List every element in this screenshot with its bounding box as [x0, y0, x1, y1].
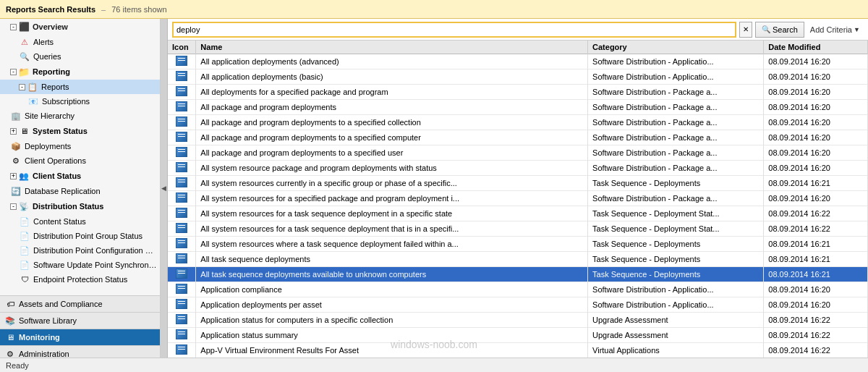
sidebar-item-overview[interactable]: - ⬛ Overview	[0, 19, 160, 35]
table-row[interactable]: Application status summary Upgrade Asses…	[168, 328, 868, 343]
table-row[interactable]: All deployments for a specified package …	[168, 85, 868, 100]
client-status-icon: 👥	[18, 170, 30, 182]
table-row[interactable]: All system resources for a specified pac…	[168, 191, 868, 206]
report-icon	[176, 208, 187, 218]
report-icon	[176, 284, 187, 294]
sidebar-item-client-status[interactable]: + 👥 Client Status	[0, 168, 160, 184]
table-row[interactable]: All application deployments (advanced) S…	[168, 54, 868, 69]
col-header-icon[interactable]: Icon	[168, 41, 196, 54]
row-icon-cell	[168, 69, 196, 85]
col-header-name[interactable]: Name	[196, 41, 588, 54]
sidebar-item-deployments[interactable]: 📦 Deployments	[0, 139, 160, 153]
row-icon-cell	[168, 328, 196, 343]
table-row[interactable]: All system resource package and program …	[168, 161, 868, 176]
row-category: Virtual Applications	[588, 343, 764, 358]
expand-distribution-status[interactable]: -	[10, 203, 17, 210]
expand-overview[interactable]: -	[10, 24, 17, 30]
sidebar-item-dp-group-status[interactable]: 📄 Distribution Point Group Status	[0, 229, 160, 243]
row-date: 08.09.2014 16:22	[764, 328, 868, 343]
status-bar: Ready	[0, 358, 868, 372]
results-table-container: Icon Name Category Date Modified All app…	[168, 41, 868, 358]
report-icon	[176, 299, 187, 309]
table-row[interactable]: All package and program deployments Soft…	[168, 100, 868, 115]
report-icon	[176, 117, 187, 127]
sidebar-label-monitoring: Monitoring	[19, 333, 60, 342]
table-row[interactable]: All system resources where a task sequen…	[168, 237, 868, 252]
top-bar: Reports Search Results – 76 items shown	[0, 0, 868, 19]
sidebar-label-overview: Overview	[33, 22, 68, 31]
table-row[interactable]: All package and program deployments to a…	[168, 115, 868, 130]
sidebar-label-reports: Reports	[41, 83, 69, 91]
sidebar-item-monitoring[interactable]: 🖥 Monitoring	[0, 329, 160, 345]
reports-icon: 📋	[27, 81, 38, 93]
report-icon	[176, 193, 187, 203]
sidebar-item-client-operations[interactable]: ⚙ Client Operations	[0, 153, 160, 168]
sidebar-label-deployments: Deployments	[25, 142, 71, 151]
row-category: Task Sequence - Deployments	[588, 176, 764, 191]
table-row[interactable]: Application deployments per asset Softwa…	[168, 297, 868, 313]
table-row[interactable]: All application deployments (basic) Soft…	[168, 69, 868, 85]
table-row[interactable]: All task sequence deployments Task Seque…	[168, 252, 868, 267]
row-name: All package and program deployments to a…	[196, 115, 588, 130]
table-row[interactable]: Application status for computers in a sp…	[168, 313, 868, 328]
row-date: 08.09.2014 16:21	[764, 267, 868, 282]
row-name: All system resources for a task sequence…	[196, 206, 588, 221]
sidebar-item-administration[interactable]: ⚙ Administration	[0, 345, 160, 358]
row-category: Software Distribution - Package a...	[588, 100, 764, 115]
search-button[interactable]: 🔍 Search	[755, 22, 804, 38]
row-date: 08.09.2014 16:20	[764, 145, 868, 161]
sidebar-item-subscriptions[interactable]: 📧 Subscriptions	[0, 94, 160, 109]
col-header-category[interactable]: Category	[588, 41, 764, 54]
row-icon-cell	[168, 252, 196, 267]
expand-system-status[interactable]: +	[10, 128, 17, 135]
row-date: 08.09.2014 16:20	[764, 100, 868, 115]
row-name: App-V Virtual Environment Results For As…	[196, 343, 588, 358]
search-button-label: Search	[773, 25, 798, 34]
expand-client-status[interactable]: +	[10, 173, 17, 179]
sidebar-item-reporting[interactable]: - 📁 Reporting	[0, 64, 160, 80]
sidebar-item-distribution-status[interactable]: - 📡 Distribution Status	[0, 198, 160, 214]
row-icon-cell	[168, 130, 196, 145]
monitor-icon: ⬛	[18, 21, 30, 33]
sidebar-item-dp-config-status[interactable]: 📄 Distribution Point Configuration Statu…	[0, 243, 160, 258]
table-row[interactable]: App-V Virtual Environment Results For As…	[168, 343, 868, 358]
sidebar-item-assets-compliance[interactable]: 🏷 Assets and Compliance	[0, 295, 160, 312]
sidebar-label-alerts: Alerts	[33, 38, 54, 46]
table-row[interactable]: Application compliance Software Distribu…	[168, 282, 868, 297]
sidebar-item-software-library[interactable]: 📚 Software Library	[0, 312, 160, 329]
sidebar-item-queries[interactable]: 🔍 Queries	[0, 49, 160, 64]
row-icon-cell	[168, 297, 196, 313]
sidebar-item-reports[interactable]: - 📋 Reports	[0, 80, 160, 94]
table-row[interactable]: All system resources for a task sequence…	[168, 221, 868, 237]
sidebar-item-software-update-sync[interactable]: 📄 Software Update Point Synchronization …	[0, 258, 160, 272]
search-clear-button[interactable]: ✕	[739, 22, 752, 38]
expand-reporting[interactable]: -	[10, 69, 17, 75]
row-category: Software Distribution - Applicatio...	[588, 282, 764, 297]
sidebar-item-endpoint-protection[interactable]: 🛡 Endpoint Protection Status	[0, 272, 160, 287]
report-icon	[176, 132, 187, 142]
table-row[interactable]: All system resources currently in a spec…	[168, 176, 868, 191]
table-row[interactable]: All task sequence deployments available …	[168, 267, 868, 282]
sidebar-item-system-status[interactable]: + 🖥 System Status	[0, 123, 160, 139]
sidebar-item-alerts[interactable]: ⚠ Alerts	[0, 35, 160, 49]
sidebar-label-dp-group-status: Distribution Point Group Status	[33, 232, 142, 240]
col-header-date[interactable]: Date Modified	[764, 41, 868, 54]
table-row[interactable]: All system resources for a task sequence…	[168, 206, 868, 221]
sidebar-collapse-button[interactable]: ◀	[161, 19, 168, 358]
report-icon	[176, 177, 187, 187]
sidebar-label-assets-compliance: Assets and Compliance	[19, 300, 103, 308]
add-criteria-button[interactable]: Add Criteria ▼	[807, 24, 863, 35]
row-date: 08.09.2014 16:21	[764, 237, 868, 252]
table-row[interactable]: All package and program deployments to a…	[168, 130, 868, 145]
row-category: Software Distribution - Package a...	[588, 115, 764, 130]
expand-reports[interactable]: -	[19, 84, 25, 90]
sidebar-item-database-replication[interactable]: 🔄 Database Replication	[0, 184, 160, 198]
row-date: 08.09.2014 16:20	[764, 54, 868, 69]
search-input[interactable]	[172, 22, 736, 38]
sidebar-item-site-hierarchy[interactable]: 🏢 Site Hierarchy	[0, 109, 160, 123]
db-replication-icon: 🔄	[10, 185, 22, 197]
sidebar-item-content-status[interactable]: 📄 Content Status	[0, 214, 160, 229]
software-library-icon: 📚	[4, 315, 16, 326]
sidebar-label-dp-config-status: Distribution Point Configuration Status	[33, 246, 157, 255]
table-row[interactable]: All package and program deployments to a…	[168, 145, 868, 161]
